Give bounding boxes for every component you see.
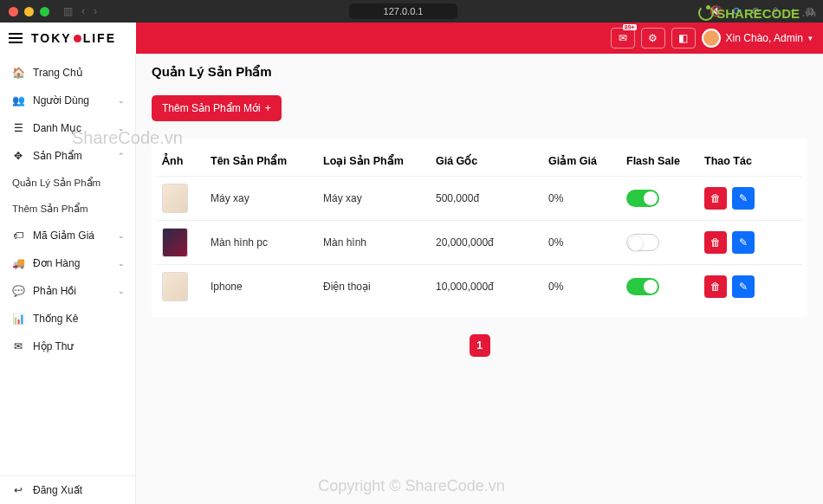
sidebar-item-label: Người Dùng: [33, 94, 89, 107]
cell-name: Máy xay: [205, 177, 318, 221]
sidebar-item-logout[interactable]: ↩ Đăng Xuất: [0, 476, 135, 504]
sidebar-item-label: Phản Hồi: [33, 285, 76, 297]
product-thumbnail: [162, 272, 188, 301]
sidebar-item-orders[interactable]: 🚚 Đơn Hàng ⌄: [0, 249, 135, 277]
add-product-button[interactable]: Thêm Sản Phẩm Mới +: [152, 95, 282, 121]
envelope-icon: ✉: [12, 340, 24, 352]
sidebar: 🏠 Trang Chủ 👥 Người Dùng ⌄ ☰ Danh Mục ⌄ …: [0, 54, 136, 504]
chevron-down-icon: ⌄: [118, 96, 125, 105]
cell-name: Iphone: [205, 265, 318, 309]
col-flash: Flash Sale: [621, 147, 699, 177]
col-image: Ảnh: [157, 147, 205, 177]
forward-icon[interactable]: ›: [94, 5, 97, 17]
sidebar-subitem-manage-products[interactable]: Quản Lý Sản Phẩm: [0, 170, 135, 196]
cell-name: Màn hình pc: [205, 221, 318, 265]
table-row: Máy xay Máy xay 500,000đ 0% 🗑 ✎: [157, 177, 802, 221]
cell-discount: 0%: [543, 265, 621, 309]
sidebar-item-home[interactable]: 🏠 Trang Chủ: [0, 59, 135, 87]
edit-button[interactable]: ✎: [732, 275, 755, 298]
cell-price: 10,000,000đ: [431, 265, 543, 309]
table-row: Màn hình pc Màn hình 20,000,000đ 0% 🗑 ✎: [157, 221, 802, 265]
chevron-down-icon: ⌄: [118, 287, 125, 295]
user-menu[interactable]: Xin Chào, Admin ▾: [702, 29, 813, 48]
chevron-down-icon: ⌄: [118, 231, 125, 240]
table-row: Iphone Điện thoại 10,000,000đ 0% 🗑 ✎: [157, 265, 802, 309]
delete-button[interactable]: 🗑: [704, 275, 727, 298]
cell-category: Máy xay: [318, 177, 431, 221]
edit-icon: ✎: [739, 236, 748, 249]
sidebar-item-mailbox[interactable]: ✉ Hộp Thư: [0, 333, 135, 360]
flash-sale-toggle[interactable]: [626, 278, 659, 295]
product-thumbnail: [162, 228, 188, 257]
browser-nav: ▥ ‹ ›: [63, 5, 97, 17]
hamburger-icon[interactable]: [9, 33, 23, 43]
watermark-logo: SHARECODE.vn: [698, 5, 816, 21]
trash-icon: 🗑: [710, 236, 721, 249]
sidebar-item-label: Thống Kê: [33, 313, 78, 325]
cell-category: Điện thoại: [318, 265, 431, 309]
header-bar: ✉ 89+ ⚙ ◧ Xin Chào, Admin ▾: [136, 23, 823, 54]
main-content: Quản Lý Sản Phẩm Thêm Sản Phẩm Mới + Ảnh…: [136, 54, 823, 504]
chevron-up-icon: ⌃: [118, 152, 125, 160]
tag-icon: 🏷: [12, 229, 24, 242]
sidebar-item-stats[interactable]: 📊 Thống Kê: [0, 305, 135, 333]
edit-button[interactable]: ✎: [732, 187, 755, 210]
trash-icon: 🗑: [710, 281, 721, 293]
products-table: Ảnh Tên Sản Phẩm Loại Sản Phẩm Giá Gốc G…: [157, 147, 802, 308]
avatar: [702, 29, 721, 48]
page-title: Quản Lý Sản Phẩm: [152, 57, 807, 95]
logo-text-1: TOKY: [31, 31, 72, 45]
truck-icon: 🚚: [12, 257, 24, 269]
chevron-down-icon: ⌄: [118, 259, 125, 268]
page-button-1[interactable]: 1: [470, 334, 490, 357]
trash-icon: 🗑: [710, 192, 721, 204]
window-controls: [9, 7, 49, 16]
app-window: TOKY LIFE ✉ 89+ ⚙ ◧ Xin Chào, Admin ▾: [0, 23, 823, 504]
sidebar-item-label: Quản Lý Sản Phẩm: [12, 177, 100, 189]
notifications-button[interactable]: ✉ 89+: [611, 28, 635, 48]
cell-discount: 0%: [543, 221, 621, 265]
sidebar-item-users[interactable]: 👥 Người Dùng ⌄: [0, 87, 135, 114]
brand-logo[interactable]: TOKY LIFE: [31, 31, 116, 45]
sidebar-item-label: Đơn Hàng: [33, 257, 80, 269]
delete-button[interactable]: 🗑: [704, 231, 727, 254]
logo-text-2: LIFE: [83, 31, 116, 45]
product-icon: ✥: [12, 150, 24, 162]
cell-price: 500,000đ: [431, 177, 543, 221]
window-minimize-button[interactable]: [24, 7, 34, 16]
pagination: 1: [152, 334, 807, 357]
sidebar-item-discounts[interactable]: 🏷 Mã Giảm Giá ⌄: [0, 222, 135, 249]
help-button[interactable]: ◧: [671, 28, 696, 48]
user-greeting: Xin Chào, Admin: [726, 32, 803, 44]
flash-sale-toggle[interactable]: [626, 234, 659, 251]
url-bar[interactable]: 127.0.0.1: [349, 3, 458, 19]
product-thumbnail: [162, 184, 188, 213]
stack-icon: ☰: [12, 122, 24, 134]
chart-icon: 📊: [12, 313, 24, 325]
flash-sale-toggle[interactable]: [626, 190, 659, 207]
sidebar-item-feedback[interactable]: 💬 Phản Hồi ⌄: [0, 277, 135, 305]
logout-icon: ↩: [12, 484, 24, 496]
window-maximize-button[interactable]: [40, 7, 49, 16]
col-name: Tên Sản Phẩm: [205, 147, 318, 177]
window-close-button[interactable]: [9, 7, 18, 16]
plus-icon: +: [265, 102, 271, 114]
sidebar-item-label: Đăng Xuất: [33, 484, 82, 496]
sidebar-toggle-icon[interactable]: ▥: [63, 5, 73, 17]
delete-button[interactable]: 🗑: [704, 187, 727, 210]
settings-button[interactable]: ⚙: [641, 28, 665, 48]
gear-icon: ⚙: [648, 32, 658, 44]
edit-button[interactable]: ✎: [732, 231, 755, 254]
notification-badge: 89+: [623, 24, 637, 30]
back-icon[interactable]: ‹: [81, 5, 85, 17]
mail-icon: ✉: [619, 32, 627, 44]
sidebar-item-label: Thêm Sản Phẩm: [12, 203, 88, 215]
cell-price: 20,000,000đ: [431, 221, 543, 265]
watermark-bottom: Copyright © ShareCode.vn: [318, 477, 504, 495]
spinner-icon: [698, 5, 714, 21]
sidebar-subitem-add-product[interactable]: Thêm Sản Phẩm: [0, 196, 135, 222]
products-table-wrap: Ảnh Tên Sản Phẩm Loại Sản Phẩm Giá Gốc G…: [152, 139, 807, 317]
sidebar-item-label: Hộp Thư: [33, 340, 74, 352]
col-actions: Thao Tác: [699, 147, 802, 177]
edit-icon: ✎: [739, 281, 748, 293]
